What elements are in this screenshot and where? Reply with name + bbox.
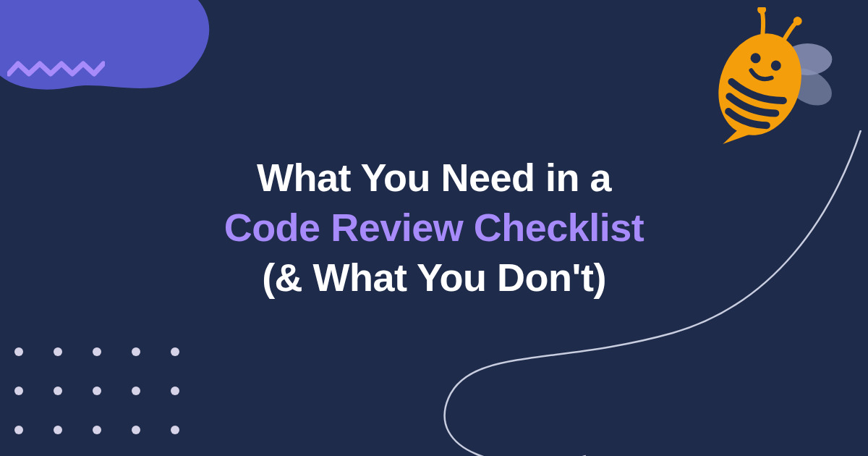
title-line-2-accent: Code Review Checklist <box>224 206 644 249</box>
blob-decoration <box>0 0 224 116</box>
dot-grid-decoration <box>14 347 179 434</box>
title-line-1: What You Need in a <box>257 156 611 199</box>
zigzag-decoration <box>7 59 105 81</box>
title-line-3: (& What You Don't) <box>262 256 606 300</box>
hero-title: What You Need in a Code Review Checklist… <box>0 153 868 303</box>
